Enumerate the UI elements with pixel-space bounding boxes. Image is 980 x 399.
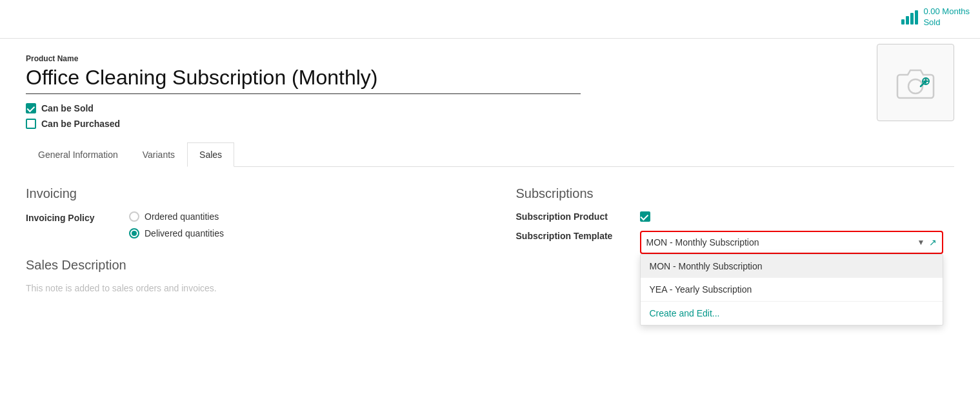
subscription-template-input[interactable] [646, 235, 914, 250]
main-content: Product Name Office Cleaning Subscriptio… [0, 39, 980, 293]
tab-bar: General Information Variants Sales [26, 142, 954, 167]
months-sold-stat: 0.00 Months Sold [891, 0, 980, 35]
subscription-template-label: Subscription Template [516, 231, 632, 241]
top-divider [0, 38, 980, 39]
sales-description-section: Sales Description This note is added to … [26, 258, 465, 293]
dropdown-arrow-icon[interactable]: ▼ [917, 238, 925, 247]
stat-text: 0.00 Months Sold [923, 6, 970, 28]
subscription-product-checkbox[interactable] [640, 211, 650, 222]
ordered-quantities-radio[interactable] [129, 211, 139, 222]
left-panel: Invoicing Invoicing Policy Ordered quant… [26, 186, 503, 293]
sales-description-title: Sales Description [26, 258, 465, 273]
camera-icon [896, 65, 935, 101]
tab-sales[interactable]: Sales [187, 142, 234, 167]
can-be-purchased-checkbox[interactable] [26, 119, 36, 129]
dropdown-item-mon[interactable]: MON - Monthly Subscription [641, 255, 943, 278]
product-name-label: Product Name [26, 54, 954, 63]
invoicing-policy-options: Ordered quantities Delivered quantities [129, 211, 224, 238]
product-image-upload[interactable] [877, 44, 954, 121]
subscriptions-section-title: Subscriptions [516, 186, 955, 201]
subscription-product-row: Subscription Product [516, 211, 955, 222]
can-be-purchased-row[interactable]: Can be Purchased [26, 119, 954, 129]
content-panels: Invoicing Invoicing Policy Ordered quant… [26, 186, 954, 293]
product-name[interactable]: Office Cleaning Subscription (Monthly) [26, 66, 581, 94]
stat-label: Sold [923, 17, 940, 27]
tab-variants[interactable]: Variants [130, 142, 187, 167]
delivered-quantities-option[interactable]: Delivered quantities [129, 228, 224, 238]
delivered-quantities-radio[interactable] [129, 228, 139, 238]
can-be-purchased-label: Can be Purchased [41, 119, 120, 129]
bar-chart-icon [901, 10, 918, 24]
dropdown-create-edit[interactable]: Create and Edit... [641, 301, 943, 325]
can-be-sold-label: Can be Sold [41, 103, 94, 113]
can-be-sold-checkbox[interactable] [26, 103, 36, 113]
can-be-sold-row[interactable]: Can be Sold [26, 103, 954, 113]
dropdown-list: MON - Monthly Subscription YEA - Yearly … [640, 254, 943, 326]
ordered-quantities-option[interactable]: Ordered quantities [129, 211, 224, 222]
dropdown-item-yea[interactable]: YEA - Yearly Subscription [641, 278, 943, 301]
dropdown-input-row: ▼ ↗ [644, 235, 939, 250]
tab-general-information[interactable]: General Information [26, 142, 130, 167]
external-link-icon[interactable]: ↗ [929, 237, 937, 248]
sales-description-placeholder[interactable]: This note is added to sales orders and i… [26, 283, 465, 293]
invoicing-section-title: Invoicing [26, 186, 465, 201]
stat-value: 0.00 Months [923, 6, 970, 16]
delivered-quantities-label: Delivered quantities [145, 228, 224, 238]
right-panel: Subscriptions Subscription Product Subsc… [503, 186, 955, 293]
ordered-quantities-label: Ordered quantities [145, 211, 219, 222]
subscription-product-label: Subscription Product [516, 211, 632, 222]
subscription-template-dropdown-container[interactable]: ▼ ↗ MON - Monthly Subscription YEA - Yea… [640, 231, 943, 254]
invoicing-policy-label: Invoicing Policy [26, 211, 116, 223]
invoicing-policy-row: Invoicing Policy Ordered quantities Deli… [26, 211, 465, 238]
subscription-template-row: Subscription Template ▼ ↗ MON - Monthly … [516, 231, 955, 254]
